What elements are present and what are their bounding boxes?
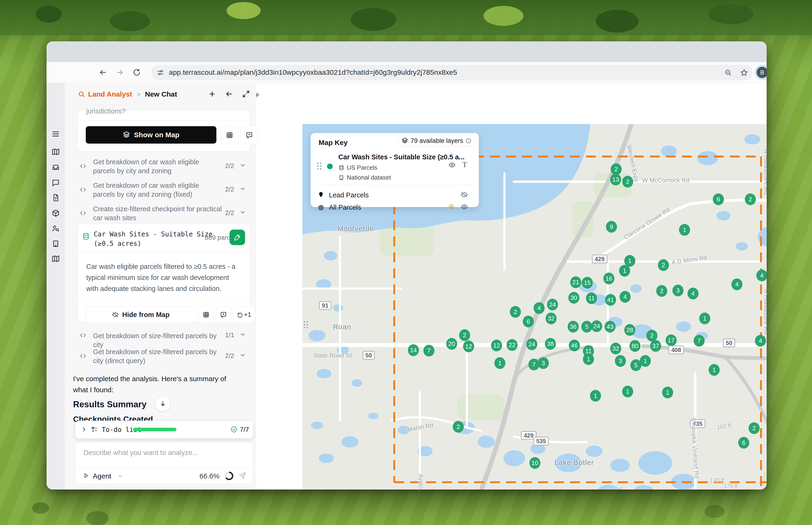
cluster-marker[interactable]: 43 <box>604 321 616 332</box>
comment-button[interactable] <box>240 126 258 144</box>
chat-icon[interactable] <box>51 178 60 187</box>
cluster-marker[interactable]: 9 <box>606 221 617 232</box>
chat-expand-icon[interactable] <box>242 90 250 98</box>
cluster-marker[interactable]: 3 <box>615 355 626 367</box>
cluster-marker[interactable]: 1 <box>709 364 720 376</box>
panel-resize-handle[interactable] <box>304 321 308 329</box>
todo-list-bar[interactable]: To-do list 7/7 <box>75 421 253 438</box>
available-layers-pill[interactable]: 79 available layers <box>398 135 475 146</box>
map-canvas[interactable]: 2132629112116211544234301141424423261365… <box>302 124 767 490</box>
zoom-to-layer-icon[interactable] <box>448 203 455 211</box>
play-icon[interactable] <box>82 472 90 479</box>
cluster-marker[interactable]: 2 <box>656 285 667 297</box>
cluster-marker[interactable]: 1 <box>662 387 673 398</box>
cluster-marker[interactable]: 16 <box>603 273 614 284</box>
breadcrumb-chat[interactable]: New Chat <box>145 90 177 98</box>
cluster-marker[interactable]: 2 <box>622 176 633 188</box>
cluster-marker[interactable]: 1 <box>494 357 505 369</box>
composer-input[interactable]: Describe what you want to analyze... <box>83 449 198 456</box>
new-chat-plus-icon[interactable] <box>208 90 216 98</box>
cluster-marker[interactable]: 21 <box>570 276 581 288</box>
cluster-marker[interactable]: 41 <box>605 294 616 306</box>
cluster-marker[interactable]: 15 <box>582 277 593 289</box>
history-button[interactable]: +1 <box>233 306 255 323</box>
chevron-down-icon[interactable] <box>239 209 246 216</box>
profile-chip[interactable]: B Work <box>755 65 767 80</box>
cluster-marker[interactable]: 3 <box>538 357 549 369</box>
chevron-down-icon[interactable] <box>239 351 246 359</box>
cluster-marker[interactable]: 80 <box>629 340 641 352</box>
map-icon[interactable] <box>51 148 60 156</box>
cluster-marker[interactable]: 4 <box>755 335 766 347</box>
cluster-marker[interactable]: 14 <box>408 344 419 356</box>
table-view-button[interactable] <box>220 126 239 144</box>
eye-icon[interactable] <box>460 203 468 211</box>
cluster-marker[interactable]: 12 <box>491 340 502 351</box>
cluster-marker[interactable]: 32 <box>610 343 621 355</box>
chevron-down-icon[interactable] <box>239 331 246 338</box>
cluster-marker[interactable]: 2 <box>459 329 470 341</box>
chevron-down-icon[interactable] <box>117 473 123 479</box>
cluster-marker[interactable]: 10 <box>530 457 540 469</box>
cluster-marker[interactable]: 24 <box>591 320 602 332</box>
scroll-down-button[interactable] <box>155 396 170 411</box>
drag-handle-icon[interactable] <box>317 163 322 170</box>
cluster-marker[interactable]: 28 <box>624 324 635 336</box>
document-icon[interactable] <box>51 193 60 202</box>
cluster-marker[interactable]: 30 <box>568 292 579 304</box>
hide-from-map-button[interactable]: Hide from Map <box>86 306 196 323</box>
cluster-marker[interactable]: 4 <box>731 279 742 290</box>
cluster-marker[interactable]: 7 <box>693 335 705 347</box>
cluster-marker[interactable]: 46 <box>569 340 580 351</box>
cluster-marker[interactable]: 37 <box>650 340 661 352</box>
cluster-marker[interactable]: 24 <box>526 339 537 350</box>
cluster-marker[interactable]: 1 <box>619 265 630 276</box>
cluster-marker[interactable]: 4 <box>756 270 767 281</box>
forward-icon[interactable] <box>116 68 124 77</box>
chevron-down-icon[interactable] <box>239 185 246 192</box>
cluster-marker[interactable]: 2 <box>749 422 760 434</box>
cluster-marker[interactable]: 4 <box>619 291 631 303</box>
eye-icon[interactable] <box>448 161 456 169</box>
cluster-marker[interactable]: 2 <box>646 330 657 342</box>
cluster-marker[interactable]: 4 <box>534 302 545 314</box>
cluster-marker[interactable]: 38 <box>545 338 556 350</box>
cluster-marker[interactable]: 11 <box>586 292 597 304</box>
cluster-marker[interactable]: 6 <box>738 437 749 449</box>
cluster-marker[interactable]: 1 <box>640 355 651 367</box>
table-view-button[interactable] <box>199 306 214 323</box>
cluster-marker[interactable]: 36 <box>568 321 579 332</box>
menu-icon[interactable] <box>51 130 60 138</box>
cluster-marker[interactable]: 6 <box>523 316 534 327</box>
cluster-marker[interactable]: 2 <box>611 163 622 175</box>
cluster-marker[interactable]: 1 <box>679 224 690 236</box>
mode-selector[interactable]: Agent <box>93 472 111 480</box>
cluster-marker[interactable]: 4 <box>688 288 699 299</box>
cluster-marker[interactable]: 24 <box>547 299 558 311</box>
building-icon[interactable] <box>51 239 60 248</box>
person-search-icon[interactable] <box>51 224 60 232</box>
zoom-out-icon[interactable] <box>724 69 732 77</box>
cluster-marker[interactable]: 13 <box>610 174 621 185</box>
cluster-marker[interactable]: 1 <box>590 390 601 402</box>
label-toggle[interactable]: T <box>462 160 467 169</box>
breadcrumb-agent[interactable]: Land Analyst <box>88 90 132 98</box>
map-alt-icon[interactable] <box>51 255 60 263</box>
send-icon[interactable] <box>239 472 246 480</box>
url-bar[interactable]: app.terrascout.ai/map/plan/j3dd3in10wpcy… <box>151 65 753 80</box>
cluster-marker[interactable]: 7 <box>424 345 434 357</box>
eye-off-icon[interactable] <box>460 191 468 198</box>
style-layer-button[interactable] <box>230 229 245 245</box>
cluster-marker[interactable]: 2 <box>453 421 464 433</box>
cluster-marker[interactable]: 1 <box>622 386 633 397</box>
chevron-down-icon[interactable] <box>239 162 246 169</box>
cluster-marker[interactable]: 32 <box>546 313 556 324</box>
reload-icon[interactable] <box>133 68 141 77</box>
back-icon[interactable] <box>99 68 107 77</box>
inbox-icon[interactable] <box>51 163 60 171</box>
cluster-marker[interactable]: 20 <box>446 338 457 350</box>
cluster-marker[interactable]: 17 <box>665 334 677 346</box>
map-key-lead-row[interactable]: Lead Parcels <box>316 190 474 201</box>
cluster-marker[interactable]: 2 <box>658 259 669 271</box>
chevron-right-icon[interactable] <box>81 426 87 433</box>
